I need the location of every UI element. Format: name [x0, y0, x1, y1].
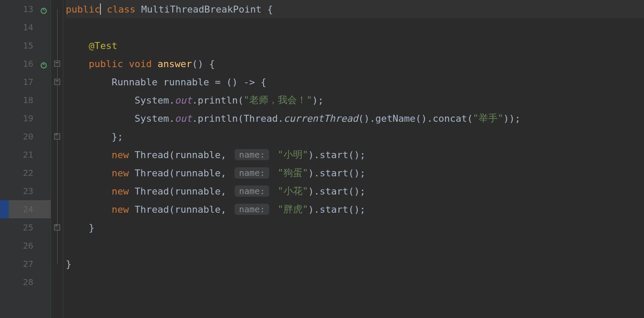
- vcs-changed-icon[interactable]: [40, 60, 47, 67]
- fold-end-icon[interactable]: [54, 224, 60, 230]
- line-number: 15: [23, 40, 33, 51]
- code-line[interactable]: [66, 18, 644, 36]
- code-line[interactable]: [66, 273, 644, 291]
- line-number: 28: [23, 277, 33, 287]
- code-line[interactable]: new Thread(runnable, name: "小明").start()…: [66, 146, 644, 164]
- parameter-hint: name:: [235, 149, 269, 160]
- code-line[interactable]: Runnable runnable = () -> {: [66, 73, 644, 91]
- change-marker: [0, 200, 9, 218]
- code-line[interactable]: @Test: [66, 36, 644, 55]
- code-line[interactable]: [66, 237, 644, 255]
- line-number: 16: [23, 58, 33, 69]
- line-number: 19: [23, 113, 33, 123]
- code-line[interactable]: }: [66, 255, 644, 273]
- gutter[interactable]: 13 14 15 16 17 18 19 20 21 22 23 24 25 2…: [9, 0, 51, 318]
- code-line[interactable]: System.out.println("老师，我会！");: [66, 91, 644, 109]
- code-area[interactable]: public class MultiThreadBreakPoint { @Te…: [63, 0, 644, 318]
- line-number: 25: [23, 222, 33, 233]
- fold-end-icon[interactable]: [54, 133, 60, 140]
- line-number: 26: [23, 240, 33, 251]
- vcs-changed-icon[interactable]: [40, 6, 47, 13]
- line-number: 14: [23, 22, 33, 32]
- fold-toggle-icon[interactable]: [54, 79, 60, 85]
- code-editor[interactable]: 13 14 15 16 17 18 19 20 21 22 23 24 25 2…: [0, 0, 644, 318]
- line-number: 27: [23, 259, 33, 269]
- code-line[interactable]: new Thread(runnable, name: "狗蛋").start()…: [66, 164, 644, 182]
- code-line[interactable]: System.out.println(Thread.currentThread(…: [66, 109, 644, 127]
- left-margin-strip: [0, 0, 9, 318]
- line-number: 24: [23, 204, 33, 214]
- line-number: 21: [23, 149, 33, 160]
- parameter-hint: name:: [235, 167, 269, 178]
- line-number: 23: [23, 186, 33, 196]
- fold-strip[interactable]: [51, 0, 63, 318]
- line-number: 18: [23, 95, 33, 105]
- line-number: 13: [23, 4, 33, 14]
- gutter-row[interactable]: 16: [9, 55, 51, 73]
- fold-toggle-icon[interactable]: [54, 61, 60, 67]
- line-number: 17: [23, 77, 33, 87]
- code-line[interactable]: };: [66, 127, 644, 146]
- code-line[interactable]: }: [66, 218, 644, 237]
- code-line[interactable]: public class MultiThreadBreakPoint {: [66, 0, 644, 18]
- parameter-hint: name:: [235, 185, 269, 197]
- code-line[interactable]: public void answer() {: [66, 55, 644, 73]
- parameter-hint: name:: [235, 204, 269, 215]
- code-line[interactable]: new Thread(runnable, name: "小花").start()…: [66, 182, 644, 200]
- code-line[interactable]: new Thread(runnable, name: "胖虎").start()…: [66, 200, 644, 218]
- line-number: 22: [23, 168, 33, 178]
- line-number: 20: [23, 131, 33, 142]
- gutter-row[interactable]: 13: [9, 0, 51, 18]
